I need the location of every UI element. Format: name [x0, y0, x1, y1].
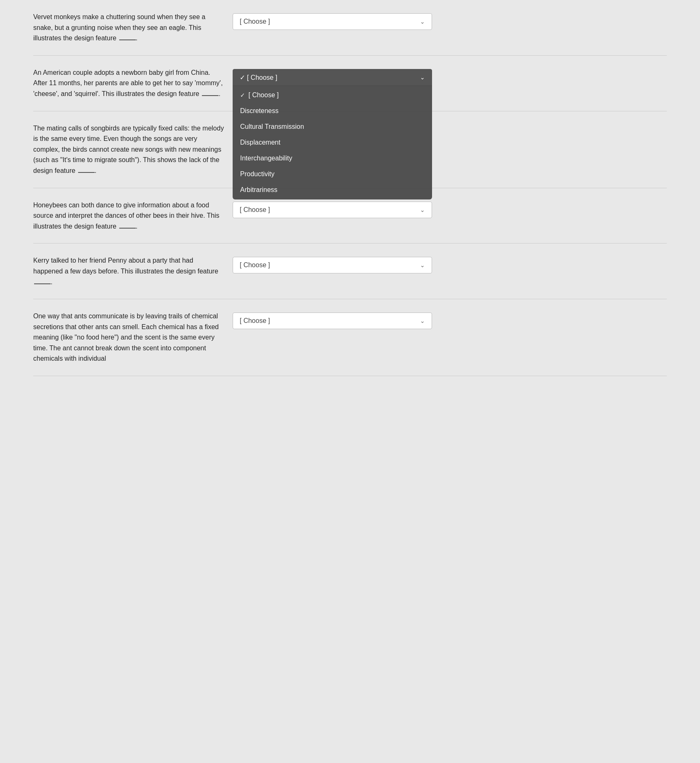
- menu-item-displacement[interactable]: Displacement: [233, 135, 432, 150]
- menu-item-discreteness[interactable]: Discreteness: [233, 103, 432, 119]
- dropdown-6[interactable]: [ Choose ] ⌄: [233, 313, 432, 329]
- dropdown-area-5: [ Choose ] ⌄: [233, 255, 667, 273]
- dropdown-6-label: [ Choose ]: [240, 317, 270, 325]
- question-text-2: An American couple adopts a newborn baby…: [33, 67, 233, 99]
- chevron-down-icon-1: ⌄: [420, 18, 425, 25]
- question-text-5: Kerry talked to her friend Penny about a…: [33, 255, 233, 287]
- question-row-1: Vervet monkeys make a chuttering sound w…: [33, 0, 667, 56]
- blank-1: [119, 39, 136, 40]
- question-row-2: An American couple adopts a newborn baby…: [33, 56, 667, 111]
- menu-item-productivity[interactable]: Productivity: [233, 166, 432, 182]
- menu-item-arbitrariness-label: Arbitrariness: [240, 186, 278, 193]
- menu-item-discreteness-label: Discreteness: [240, 107, 278, 114]
- menu-item-choose-label: [ Choose ]: [248, 91, 279, 99]
- menu-item-interchangeability[interactable]: Interchangeability: [233, 150, 432, 166]
- question-text-3: The mating calls of songbirds are typica…: [33, 123, 233, 176]
- chevron-down-icon-5: ⌄: [420, 262, 425, 268]
- dropdown-4[interactable]: [ Choose ] ⌄: [233, 202, 432, 218]
- menu-item-arbitrariness[interactable]: Arbitrariness: [233, 182, 432, 198]
- question-text-1: Vervet monkeys make a chuttering sound w…: [33, 12, 233, 44]
- dropdown-2[interactable]: ✓ [ Choose ] ⌄: [233, 69, 432, 86]
- dropdown-2-label: ✓ [ Choose ]: [240, 74, 277, 81]
- blank-4: [119, 228, 136, 229]
- dropdown-area-2: ✓ [ Choose ] ⌄ [ Choose ] Discreteness C…: [233, 67, 667, 86]
- menu-item-cultural-transmission-label: Cultural Transmission: [240, 123, 304, 130]
- blank-2: [202, 95, 219, 96]
- question-row-6: One way that ants communicate is by leav…: [33, 299, 667, 376]
- dropdown-4-label: [ Choose ]: [240, 206, 270, 214]
- chevron-down-icon-6: ⌄: [420, 318, 425, 324]
- blank-5: [34, 283, 51, 284]
- dropdown-area-4: [ Choose ] ⌄: [233, 200, 667, 218]
- dropdown-5[interactable]: [ Choose ] ⌄: [233, 257, 432, 273]
- dropdown-1-label: [ Choose ]: [240, 18, 270, 25]
- dropdown-1[interactable]: [ Choose ] ⌄: [233, 13, 432, 30]
- chevron-down-icon-2: ⌄: [420, 74, 425, 81]
- dropdown-area-1: [ Choose ] ⌄: [233, 12, 667, 30]
- question-row-5: Kerry talked to her friend Penny about a…: [33, 244, 667, 299]
- question-text-6: One way that ants communicate is by leav…: [33, 311, 233, 364]
- menu-item-productivity-label: Productivity: [240, 170, 275, 177]
- dropdown-5-label: [ Choose ]: [240, 261, 270, 269]
- blank-3: [78, 172, 95, 173]
- dropdown-menu-2: [ Choose ] Discreteness Cultural Transmi…: [233, 86, 432, 199]
- dropdown-area-6: [ Choose ] ⌄: [233, 311, 667, 329]
- page-container: Vervet monkeys make a chuttering sound w…: [0, 0, 700, 376]
- chevron-down-icon-4: ⌄: [420, 207, 425, 213]
- menu-item-cultural-transmission[interactable]: Cultural Transmission: [233, 119, 432, 135]
- menu-item-displacement-label: Displacement: [240, 139, 280, 146]
- menu-item-choose[interactable]: [ Choose ]: [233, 87, 432, 103]
- menu-item-interchangeability-label: Interchangeability: [240, 155, 292, 162]
- question-text-4: Honeybees can both dance to give informa…: [33, 200, 233, 232]
